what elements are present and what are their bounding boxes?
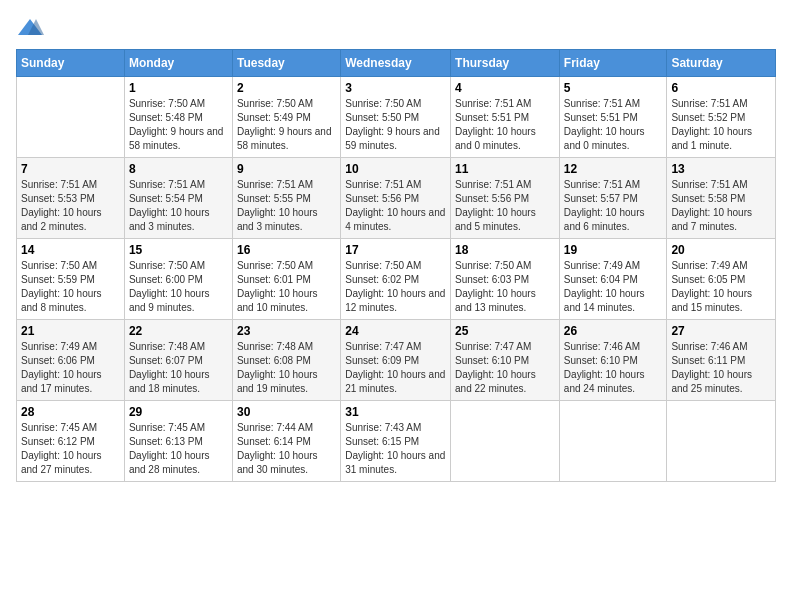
day-info: Sunrise: 7:50 AMSunset: 6:01 PMDaylight:… <box>237 259 336 315</box>
weekday-header: Wednesday <box>341 50 451 77</box>
calendar-table: SundayMondayTuesdayWednesdayThursdayFrid… <box>16 49 776 482</box>
calendar-cell: 8Sunrise: 7:51 AMSunset: 5:54 PMDaylight… <box>124 158 232 239</box>
calendar-cell <box>667 401 776 482</box>
calendar-header: SundayMondayTuesdayWednesdayThursdayFrid… <box>17 50 776 77</box>
calendar-cell: 7Sunrise: 7:51 AMSunset: 5:53 PMDaylight… <box>17 158 125 239</box>
calendar-cell: 16Sunrise: 7:50 AMSunset: 6:01 PMDayligh… <box>232 239 340 320</box>
calendar-cell: 20Sunrise: 7:49 AMSunset: 6:05 PMDayligh… <box>667 239 776 320</box>
day-number: 25 <box>455 324 555 338</box>
day-info: Sunrise: 7:46 AMSunset: 6:11 PMDaylight:… <box>671 340 771 396</box>
calendar-week: 1Sunrise: 7:50 AMSunset: 5:48 PMDaylight… <box>17 77 776 158</box>
day-number: 12 <box>564 162 663 176</box>
day-info: Sunrise: 7:51 AMSunset: 5:54 PMDaylight:… <box>129 178 228 234</box>
day-number: 4 <box>455 81 555 95</box>
calendar-cell: 25Sunrise: 7:47 AMSunset: 6:10 PMDayligh… <box>451 320 560 401</box>
calendar-cell: 4Sunrise: 7:51 AMSunset: 5:51 PMDaylight… <box>451 77 560 158</box>
logo-icon <box>16 17 44 37</box>
calendar-cell: 14Sunrise: 7:50 AMSunset: 5:59 PMDayligh… <box>17 239 125 320</box>
calendar-cell: 13Sunrise: 7:51 AMSunset: 5:58 PMDayligh… <box>667 158 776 239</box>
day-info: Sunrise: 7:49 AMSunset: 6:04 PMDaylight:… <box>564 259 663 315</box>
day-info: Sunrise: 7:51 AMSunset: 5:52 PMDaylight:… <box>671 97 771 153</box>
day-number: 26 <box>564 324 663 338</box>
day-number: 13 <box>671 162 771 176</box>
day-number: 10 <box>345 162 446 176</box>
calendar-cell: 12Sunrise: 7:51 AMSunset: 5:57 PMDayligh… <box>559 158 667 239</box>
day-info: Sunrise: 7:51 AMSunset: 5:53 PMDaylight:… <box>21 178 120 234</box>
day-info: Sunrise: 7:51 AMSunset: 5:58 PMDaylight:… <box>671 178 771 234</box>
calendar-cell: 22Sunrise: 7:48 AMSunset: 6:07 PMDayligh… <box>124 320 232 401</box>
day-info: Sunrise: 7:50 AMSunset: 6:00 PMDaylight:… <box>129 259 228 315</box>
day-info: Sunrise: 7:50 AMSunset: 6:03 PMDaylight:… <box>455 259 555 315</box>
calendar-body: 1Sunrise: 7:50 AMSunset: 5:48 PMDaylight… <box>17 77 776 482</box>
calendar-cell: 18Sunrise: 7:50 AMSunset: 6:03 PMDayligh… <box>451 239 560 320</box>
calendar-week: 7Sunrise: 7:51 AMSunset: 5:53 PMDaylight… <box>17 158 776 239</box>
day-info: Sunrise: 7:50 AMSunset: 6:02 PMDaylight:… <box>345 259 446 315</box>
day-info: Sunrise: 7:44 AMSunset: 6:14 PMDaylight:… <box>237 421 336 477</box>
calendar-cell <box>559 401 667 482</box>
day-number: 19 <box>564 243 663 257</box>
day-number: 7 <box>21 162 120 176</box>
day-info: Sunrise: 7:51 AMSunset: 5:57 PMDaylight:… <box>564 178 663 234</box>
calendar-cell: 19Sunrise: 7:49 AMSunset: 6:04 PMDayligh… <box>559 239 667 320</box>
day-info: Sunrise: 7:46 AMSunset: 6:10 PMDaylight:… <box>564 340 663 396</box>
day-number: 24 <box>345 324 446 338</box>
day-number: 31 <box>345 405 446 419</box>
weekday-header: Sunday <box>17 50 125 77</box>
day-number: 16 <box>237 243 336 257</box>
calendar-cell: 24Sunrise: 7:47 AMSunset: 6:09 PMDayligh… <box>341 320 451 401</box>
calendar-cell: 28Sunrise: 7:45 AMSunset: 6:12 PMDayligh… <box>17 401 125 482</box>
calendar-cell: 26Sunrise: 7:46 AMSunset: 6:10 PMDayligh… <box>559 320 667 401</box>
weekday-header: Thursday <box>451 50 560 77</box>
day-number: 18 <box>455 243 555 257</box>
calendar-cell: 30Sunrise: 7:44 AMSunset: 6:14 PMDayligh… <box>232 401 340 482</box>
day-info: Sunrise: 7:45 AMSunset: 6:13 PMDaylight:… <box>129 421 228 477</box>
calendar-cell: 17Sunrise: 7:50 AMSunset: 6:02 PMDayligh… <box>341 239 451 320</box>
calendar-cell: 3Sunrise: 7:50 AMSunset: 5:50 PMDaylight… <box>341 77 451 158</box>
day-number: 29 <box>129 405 228 419</box>
calendar-cell: 1Sunrise: 7:50 AMSunset: 5:48 PMDaylight… <box>124 77 232 158</box>
weekday-header: Friday <box>559 50 667 77</box>
day-info: Sunrise: 7:49 AMSunset: 6:05 PMDaylight:… <box>671 259 771 315</box>
day-info: Sunrise: 7:51 AMSunset: 5:51 PMDaylight:… <box>455 97 555 153</box>
calendar-week: 14Sunrise: 7:50 AMSunset: 5:59 PMDayligh… <box>17 239 776 320</box>
day-number: 6 <box>671 81 771 95</box>
calendar-cell: 21Sunrise: 7:49 AMSunset: 6:06 PMDayligh… <box>17 320 125 401</box>
calendar-cell: 10Sunrise: 7:51 AMSunset: 5:56 PMDayligh… <box>341 158 451 239</box>
logo <box>16 16 48 37</box>
calendar-week: 21Sunrise: 7:49 AMSunset: 6:06 PMDayligh… <box>17 320 776 401</box>
day-info: Sunrise: 7:51 AMSunset: 5:56 PMDaylight:… <box>345 178 446 234</box>
page-header <box>16 16 776 37</box>
day-number: 3 <box>345 81 446 95</box>
day-number: 14 <box>21 243 120 257</box>
day-info: Sunrise: 7:47 AMSunset: 6:09 PMDaylight:… <box>345 340 446 396</box>
day-number: 28 <box>21 405 120 419</box>
calendar-cell: 23Sunrise: 7:48 AMSunset: 6:08 PMDayligh… <box>232 320 340 401</box>
calendar-cell: 29Sunrise: 7:45 AMSunset: 6:13 PMDayligh… <box>124 401 232 482</box>
calendar-cell <box>451 401 560 482</box>
day-info: Sunrise: 7:45 AMSunset: 6:12 PMDaylight:… <box>21 421 120 477</box>
day-number: 8 <box>129 162 228 176</box>
day-info: Sunrise: 7:43 AMSunset: 6:15 PMDaylight:… <box>345 421 446 477</box>
day-number: 5 <box>564 81 663 95</box>
calendar-week: 28Sunrise: 7:45 AMSunset: 6:12 PMDayligh… <box>17 401 776 482</box>
day-info: Sunrise: 7:50 AMSunset: 5:48 PMDaylight:… <box>129 97 228 153</box>
day-number: 9 <box>237 162 336 176</box>
day-number: 23 <box>237 324 336 338</box>
day-info: Sunrise: 7:50 AMSunset: 5:50 PMDaylight:… <box>345 97 446 153</box>
calendar-cell: 27Sunrise: 7:46 AMSunset: 6:11 PMDayligh… <box>667 320 776 401</box>
day-info: Sunrise: 7:50 AMSunset: 5:49 PMDaylight:… <box>237 97 336 153</box>
day-info: Sunrise: 7:49 AMSunset: 6:06 PMDaylight:… <box>21 340 120 396</box>
calendar-cell: 11Sunrise: 7:51 AMSunset: 5:56 PMDayligh… <box>451 158 560 239</box>
day-info: Sunrise: 7:51 AMSunset: 5:56 PMDaylight:… <box>455 178 555 234</box>
day-number: 2 <box>237 81 336 95</box>
day-info: Sunrise: 7:51 AMSunset: 5:55 PMDaylight:… <box>237 178 336 234</box>
day-info: Sunrise: 7:48 AMSunset: 6:07 PMDaylight:… <box>129 340 228 396</box>
day-number: 21 <box>21 324 120 338</box>
calendar-cell <box>17 77 125 158</box>
calendar-cell: 6Sunrise: 7:51 AMSunset: 5:52 PMDaylight… <box>667 77 776 158</box>
day-number: 11 <box>455 162 555 176</box>
weekday-header: Monday <box>124 50 232 77</box>
weekday-header: Tuesday <box>232 50 340 77</box>
calendar-cell: 15Sunrise: 7:50 AMSunset: 6:00 PMDayligh… <box>124 239 232 320</box>
day-number: 17 <box>345 243 446 257</box>
